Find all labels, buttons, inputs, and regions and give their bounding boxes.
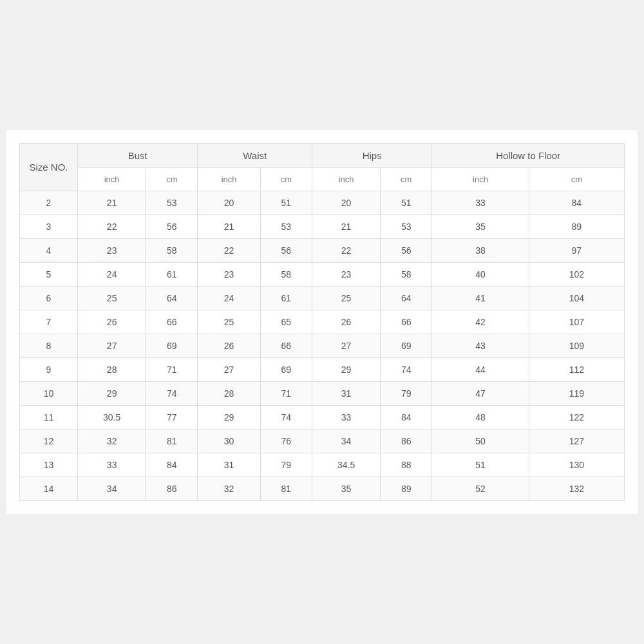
cell-r4-c0: 6 bbox=[20, 287, 78, 310]
cell-r6-c2: 69 bbox=[146, 334, 198, 358]
cell-r9-c6: 84 bbox=[381, 406, 432, 430]
cell-r11-c5: 34.5 bbox=[312, 453, 380, 477]
cell-r10-c8: 127 bbox=[529, 430, 624, 453]
waist-header: Waist bbox=[198, 144, 312, 168]
cell-r11-c2: 84 bbox=[146, 453, 198, 477]
cell-r5-c8: 107 bbox=[529, 310, 624, 334]
cell-r1-c7: 35 bbox=[432, 215, 529, 239]
cell-r2-c2: 58 bbox=[146, 239, 198, 263]
sub-header-6: inch bbox=[432, 168, 529, 191]
cell-r5-c7: 42 bbox=[432, 310, 529, 334]
table-row: 1029742871317947119 bbox=[20, 382, 625, 406]
cell-r5-c0: 7 bbox=[20, 310, 78, 334]
cell-r1-c0: 3 bbox=[20, 215, 78, 239]
cell-r8-c2: 74 bbox=[146, 382, 198, 406]
cell-r5-c5: 26 bbox=[312, 310, 380, 334]
size-no-header: Size NO. bbox=[20, 144, 78, 191]
cell-r9-c8: 122 bbox=[529, 406, 624, 430]
cell-r12-c6: 89 bbox=[381, 477, 432, 501]
cell-r2-c6: 56 bbox=[381, 239, 432, 263]
cell-r0-c0: 2 bbox=[20, 191, 78, 215]
cell-r8-c4: 71 bbox=[260, 382, 312, 406]
hips-header: Hips bbox=[312, 144, 431, 168]
cell-r7-c4: 69 bbox=[260, 358, 312, 382]
cell-r11-c6: 88 bbox=[381, 453, 432, 477]
cell-r3-c1: 24 bbox=[78, 263, 146, 287]
table-row: 625642461256441104 bbox=[20, 287, 625, 310]
cell-r12-c4: 81 bbox=[260, 477, 312, 501]
table-row: 726662565266642107 bbox=[20, 310, 625, 334]
cell-r12-c1: 34 bbox=[78, 477, 146, 501]
cell-r12-c3: 32 bbox=[198, 477, 260, 501]
cell-r4-c3: 24 bbox=[198, 287, 260, 310]
sub-header-2: inch bbox=[198, 168, 260, 191]
cell-r5-c3: 25 bbox=[198, 310, 260, 334]
cell-r3-c3: 23 bbox=[198, 263, 260, 287]
cell-r1-c1: 22 bbox=[78, 215, 146, 239]
cell-r10-c7: 50 bbox=[432, 430, 529, 453]
cell-r0-c4: 51 bbox=[260, 191, 312, 215]
cell-r1-c8: 89 bbox=[529, 215, 624, 239]
cell-r11-c1: 33 bbox=[78, 453, 146, 477]
cell-r4-c4: 61 bbox=[260, 287, 312, 310]
table-row: 827692666276943109 bbox=[20, 334, 625, 358]
cell-r7-c5: 29 bbox=[312, 358, 380, 382]
cell-r5-c4: 65 bbox=[260, 310, 312, 334]
cell-r4-c8: 104 bbox=[529, 287, 624, 310]
cell-r6-c8: 109 bbox=[529, 334, 624, 358]
cell-r6-c4: 66 bbox=[260, 334, 312, 358]
table-body: 2215320512051338432256215321533589423582… bbox=[20, 191, 625, 501]
table-row: 928712769297444112 bbox=[20, 358, 625, 382]
cell-r4-c1: 25 bbox=[78, 287, 146, 310]
cell-r6-c5: 27 bbox=[312, 334, 380, 358]
cell-r4-c6: 64 bbox=[381, 287, 432, 310]
sub-header-0: inch bbox=[78, 168, 146, 191]
cell-r11-c3: 31 bbox=[198, 453, 260, 477]
cell-r0-c3: 20 bbox=[198, 191, 260, 215]
table-row: 42358225622563897 bbox=[20, 239, 625, 263]
cell-r8-c0: 10 bbox=[20, 382, 78, 406]
cell-r0-c7: 33 bbox=[432, 191, 529, 215]
cell-r11-c0: 13 bbox=[20, 453, 78, 477]
cell-r12-c5: 35 bbox=[312, 477, 380, 501]
cell-r9-c3: 29 bbox=[198, 406, 260, 430]
cell-r0-c6: 51 bbox=[381, 191, 432, 215]
sub-header-3: cm bbox=[260, 168, 312, 191]
table-row: 1232813076348650127 bbox=[20, 430, 625, 453]
cell-r1-c4: 53 bbox=[260, 215, 312, 239]
cell-r8-c8: 119 bbox=[529, 382, 624, 406]
cell-r3-c2: 61 bbox=[146, 263, 198, 287]
cell-r6-c1: 27 bbox=[78, 334, 146, 358]
hollow-to-floor-header: Hollow to Floor bbox=[432, 144, 625, 168]
cell-r1-c6: 53 bbox=[381, 215, 432, 239]
cell-r10-c5: 34 bbox=[312, 430, 380, 453]
table-row: 133384317934.58851130 bbox=[20, 453, 625, 477]
cell-r8-c7: 47 bbox=[432, 382, 529, 406]
cell-r2-c1: 23 bbox=[78, 239, 146, 263]
cell-r2-c4: 56 bbox=[260, 239, 312, 263]
cell-r1-c3: 21 bbox=[198, 215, 260, 239]
cell-r0-c1: 21 bbox=[78, 191, 146, 215]
cell-r3-c8: 102 bbox=[529, 263, 624, 287]
cell-r9-c5: 33 bbox=[312, 406, 380, 430]
sub-header-1: cm bbox=[146, 168, 198, 191]
cell-r12-c7: 52 bbox=[432, 477, 529, 501]
cell-r0-c2: 53 bbox=[146, 191, 198, 215]
cell-r0-c5: 20 bbox=[312, 191, 380, 215]
cell-r1-c5: 21 bbox=[312, 215, 380, 239]
cell-r6-c6: 69 bbox=[381, 334, 432, 358]
cell-r6-c0: 8 bbox=[20, 334, 78, 358]
cell-r5-c1: 26 bbox=[78, 310, 146, 334]
cell-r12-c0: 14 bbox=[20, 477, 78, 501]
cell-r5-c6: 66 bbox=[381, 310, 432, 334]
cell-r10-c4: 76 bbox=[260, 430, 312, 453]
cell-r7-c0: 9 bbox=[20, 358, 78, 382]
cell-r11-c4: 79 bbox=[260, 453, 312, 477]
cell-r7-c7: 44 bbox=[432, 358, 529, 382]
cell-r3-c0: 5 bbox=[20, 263, 78, 287]
sub-header-row: inchcminchcminchcminchcm bbox=[20, 168, 625, 191]
table-row: 1434863281358952132 bbox=[20, 477, 625, 501]
cell-r8-c3: 28 bbox=[198, 382, 260, 406]
cell-r9-c7: 48 bbox=[432, 406, 529, 430]
cell-r4-c7: 41 bbox=[432, 287, 529, 310]
